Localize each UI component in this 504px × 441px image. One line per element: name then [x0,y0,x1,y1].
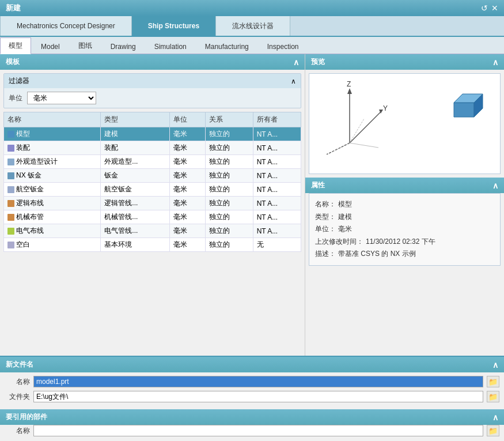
cell-relation: 独立的 [206,155,253,169]
cell-unit: 毫米 [169,224,205,238]
new-filename-chevron[interactable]: ∧ [492,360,498,370]
template-chevron[interactable]: ∧ [293,58,299,67]
svg-text:Y: Y [383,104,388,112]
table-row[interactable]: 逻辑布线 逻辑管线... 毫米 独立的 NT A... [4,197,301,210]
table-row[interactable]: 空白 基本环境 毫米 独立的 无 [4,238,301,252]
template-section-header: 模板 ∧ [0,54,305,70]
preview-section: Z Y X [305,70,504,178]
cell-name: 电气布线 [4,224,101,238]
props-chevron[interactable]: ∧ [492,181,498,190]
sub-tabs: 模型 Model 图纸 Drawing Simulation Manufactu… [0,37,504,54]
table-row[interactable]: 电气布线 电气管线... 毫米 独立的 NT A... [4,224,301,238]
table-row[interactable]: 航空钣金 航空钣金 毫米 独立的 NT A... [4,183,301,197]
filter-header[interactable]: 过滤器 ∧ [4,74,301,88]
cell-unit: 毫米 [169,155,205,169]
svg-line-8 [350,143,378,148]
filter-unit-label: 单位 [9,93,22,103]
title-bar-title: 新建 [6,3,21,13]
bottom-area: 新文件名 ∧ 名称 📁 文件夹 📁 要引用的部件 ∧ 名称 📁 [0,356,504,441]
cell-owner: NT A... [253,127,301,141]
filename-name-row: 名称 📁 [5,376,499,387]
cell-name: 装配 [4,141,101,155]
cell-name: 外观造型设计 [4,155,101,169]
cell-relation: 独立的 [206,127,253,141]
cell-unit: 毫米 [169,127,205,141]
cell-name: 模型 [4,127,101,141]
filename-browse-button[interactable]: 📁 [487,376,499,387]
preview-chevron[interactable]: ∧ [492,58,498,67]
app-tab-mechatronics[interactable]: Mechatronics Concept Designer [0,16,132,36]
table-row[interactable]: 装配 装配 毫米 独立的 NT A... [4,141,301,155]
col-relation: 关系 [206,112,253,127]
nx-logo [442,85,488,133]
app-tab-flow[interactable]: 流水线设计器 [216,16,290,36]
cell-type: 航空钣金 [101,183,170,197]
cell-name: 空白 [4,238,101,252]
cell-type: 基本环境 [101,238,170,252]
tab-simulation[interactable]: Simulation [146,39,195,54]
col-name: 名称 [4,112,101,127]
ref-browse-button[interactable]: 📁 [487,425,499,436]
cell-type: 外观造型... [101,155,170,169]
prop-name-val: 模型 [338,198,352,211]
filename-folder-input[interactable] [33,391,483,402]
cell-relation: 独立的 [206,197,253,210]
close-button[interactable]: ✕ [491,3,498,13]
cell-name: 逻辑布线 [4,197,101,210]
col-owner: 所有者 [253,112,301,127]
tab-model-cn[interactable]: 模型 [0,37,31,54]
tab-drawing-en[interactable]: Drawing [102,39,145,54]
cell-name: 航空钣金 [4,183,101,197]
cell-name: NX 钣金 [4,169,101,183]
ref-parts-header: 要引用的部件 ∧ [0,409,504,425]
title-bar-controls: ↺ ✕ [481,3,498,13]
tab-model-en[interactable]: Model [32,39,69,54]
ref-name-input[interactable] [33,425,483,436]
table-row[interactable]: 外观造型设计 外观造型... 毫米 独立的 NT A... [4,155,301,169]
tab-manufacturing[interactable]: Manufacturing [196,39,257,54]
preview-box: Z Y X [309,73,501,174]
prop-desc-label: 描述： [315,248,336,261]
svg-text:X: X [321,154,325,154]
app-tab-ship[interactable]: Ship Structures [132,16,216,36]
props-section: 名称： 模型 类型： 建模 单位： 毫米 上次修改时间： 11/30/2012 … [305,193,504,269]
tab-inspection[interactable]: Inspection [259,39,308,54]
prop-name-label: 名称： [315,198,336,211]
filter-section: 过滤器 ∧ 单位 毫米 英寸 [3,73,301,108]
filename-folder-label: 文件夹 [5,392,30,402]
ref-input-row: 名称 📁 [5,425,499,436]
filter-label: 过滤器 [9,76,29,86]
cell-unit: 毫米 [169,169,205,183]
filter-body: 单位 毫米 英寸 [4,88,301,108]
cell-relation: 独立的 [206,210,253,224]
props-title: 属性 [311,180,325,190]
cell-relation: 独立的 [206,169,253,183]
cell-relation: 独立的 [206,238,253,252]
template-table: 名称 类型 单位 关系 所有者 模型 建模 毫米 独立的 NT A... 装配 [3,112,301,252]
cell-name: 机械布管 [4,210,101,224]
filter-unit-select[interactable]: 毫米 英寸 [27,92,96,104]
ref-parts-section: 名称 📁 [0,425,504,441]
props-content: 名称： 模型 类型： 建模 单位： 毫米 上次修改时间： 11/30/2012 … [309,193,501,266]
cell-owner: NT A... [253,141,301,155]
table-row[interactable]: 模型 建模 毫米 独立的 NT A... [4,127,301,141]
prop-desc-row: 描述： 带基准 CSYS 的 NX 示例 [315,248,494,261]
filter-chevron[interactable]: ∧ [291,77,296,85]
prop-type-row: 类型： 建模 [315,211,494,224]
cell-type: 机械管线... [101,210,170,224]
cell-owner: 无 [253,238,301,252]
props-section-header: 属性 ∧ [305,178,504,193]
folder-browse-button[interactable]: 📁 [487,391,499,402]
table-row[interactable]: NX 钣金 钣金 毫米 独立的 NT A... [4,169,301,183]
table-row[interactable]: 机械布管 机械管线... 毫米 独立的 NT A... [4,210,301,224]
filename-name-input[interactable] [33,376,483,387]
cell-relation: 独立的 [206,141,253,155]
new-filename-section: 名称 📁 文件夹 📁 [0,372,504,409]
cell-type: 逻辑管线... [101,197,170,210]
tab-drawing-cn[interactable]: 图纸 [70,37,101,54]
prop-type-label: 类型： [315,211,336,224]
refresh-button[interactable]: ↺ [481,3,488,13]
cell-relation: 独立的 [206,183,253,197]
cell-unit: 毫米 [169,141,205,155]
ref-parts-chevron[interactable]: ∧ [492,413,498,422]
